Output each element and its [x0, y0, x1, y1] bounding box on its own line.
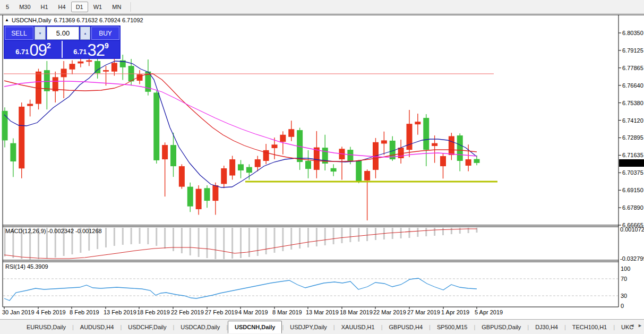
tab-tech100-h1[interactable]: TECH100,H1 — [566, 321, 613, 333]
tab-usdjpy-daily[interactable]: USDJPY,Daily — [284, 321, 333, 333]
triangle-down-icon: ▼ — [39, 32, 42, 35]
date-axis-label: 13 Feb 2019 — [104, 309, 136, 315]
mt4-window: 5M30H1H4D1W1MN 100703006.803506.791256.7… — [0, 0, 644, 334]
candle-body — [331, 168, 337, 172]
candle-body — [280, 135, 286, 142]
candle-body — [415, 122, 420, 124]
macd-histogram-bar — [316, 228, 317, 246]
macd-histogram-bar — [198, 228, 200, 257]
candle-body — [466, 159, 471, 166]
volume-decrease-button[interactable]: ▼ — [35, 27, 46, 40]
date-axis-label: 22 Feb 2019 — [171, 309, 204, 315]
candle-body — [187, 187, 193, 207]
candle-body — [170, 145, 176, 166]
macd-histogram-bar — [164, 228, 166, 249]
macd-histogram-bar — [114, 228, 115, 246]
macd-histogram-bar — [307, 228, 309, 247]
macd-histogram-bar — [265, 228, 267, 254]
candle-body — [246, 167, 252, 173]
sell-price-point: 2 — [47, 41, 51, 50]
tabs-scroll-left-icon[interactable]: ◄ — [630, 323, 634, 328]
macd-histogram-bar — [459, 228, 461, 234]
price-axis-label: 6.79125 — [622, 47, 643, 54]
buy-button[interactable]: BUY — [91, 27, 119, 40]
tab-usdchf-daily[interactable]: USDCHF,Daily — [122, 321, 173, 333]
tab-dj30-h4[interactable]: DJ30,H4 — [529, 321, 564, 333]
macd-histogram-bar — [122, 228, 124, 245]
candle-body — [423, 118, 429, 150]
date-axis-label: 22 Mar 2019 — [373, 309, 406, 315]
buy-price-point: 9 — [105, 41, 109, 50]
candle-body — [221, 168, 227, 184]
candle-body — [356, 161, 362, 182]
candle-body — [457, 135, 463, 161]
buy-price-display[interactable]: 6.71 32 9 — [63, 41, 119, 58]
macd-histogram-bar — [207, 228, 208, 258]
volume-input[interactable] — [47, 27, 79, 40]
macd-histogram-bar — [190, 228, 191, 255]
date-axis-label: 30 Jan 2019 — [2, 309, 35, 315]
rsi-line — [4, 278, 477, 301]
price-axis-label: 6.76640 — [622, 82, 643, 89]
collapse-triangle-icon[interactable]: ▲ — [5, 18, 9, 22]
tab-gbpusd-daily[interactable]: GBPUSD,Daily — [475, 321, 527, 333]
tabs-scroll-right-icon[interactable]: ► — [638, 323, 642, 328]
candle-body — [407, 124, 413, 150]
macd-histogram-bar — [274, 228, 276, 253]
macd-histogram-bar — [147, 228, 149, 244]
macd-indicator-label: MACD(12,26,9) -0.002342 -0.001268 — [5, 228, 102, 234]
candle-body — [61, 68, 67, 77]
macd-histogram-bar — [333, 228, 334, 244]
candle-body — [103, 70, 109, 72]
macd-histogram-bar — [366, 228, 368, 241]
macd-axis-min-label: -0.032799 — [620, 255, 644, 262]
chart-title: ▲ USDCNH,Daily 6.71369 6.71632 6.70924 6… — [5, 17, 143, 23]
sell-button[interactable]: SELL — [5, 27, 33, 40]
tab-usdcad-daily[interactable]: USDCAD,Daily — [174, 321, 226, 333]
tab-audusd-h4[interactable]: AUDUSD,H4 — [74, 321, 121, 333]
tab-sp500-m15[interactable]: SP500,M15 — [431, 321, 474, 333]
sell-price-display[interactable]: 6.71 09 2 — [5, 41, 62, 58]
candle-body — [314, 148, 320, 170]
candle-body — [162, 145, 168, 159]
tab-xauusd-h1[interactable]: XAUUSD,H1 — [335, 321, 381, 333]
price-axis-label: 6.67890 — [622, 204, 643, 211]
macd-histogram-bar — [299, 228, 300, 249]
chart-ohlc-values: 6.71369 6.71632 6.70924 6.71092 — [54, 17, 143, 23]
macd-histogram-bar — [451, 228, 452, 234]
rsi-axis-label: 100 — [621, 266, 630, 272]
candle-body — [44, 70, 50, 91]
candle-body — [27, 104, 33, 106]
macd-histogram-bar — [282, 228, 284, 251]
price-axis-label: 6.75380 — [622, 100, 643, 106]
candle-body — [398, 148, 404, 158]
ma-mid-red — [4, 74, 477, 161]
price-axis-label: 6.72895 — [622, 134, 643, 141]
tab-eurusd-daily[interactable]: EURUSD,Daily — [20, 321, 72, 333]
trade-controls-row: SELL ▼ ▲ BUY — [5, 27, 119, 40]
date-axis-label: 8 Mar 2019 — [272, 309, 302, 315]
macd-histogram-bar — [290, 228, 292, 250]
macd-histogram-bar — [324, 228, 326, 245]
sell-price-prefix: 6.71 — [15, 48, 29, 56]
tab-scroll-controls: ◄► — [630, 323, 642, 328]
candle-body — [78, 62, 83, 64]
rsi-axis-label: 70 — [621, 276, 627, 282]
tab-usdcnh-daily[interactable]: USDCNH,Daily — [228, 321, 282, 333]
candle-body — [238, 164, 244, 170]
candle-body — [153, 92, 159, 160]
macd-histogram-bar — [442, 228, 444, 235]
rsi-axis-label: 0 — [621, 303, 624, 309]
date-axis-label: 4 Feb 2019 — [36, 309, 66, 315]
macd-histogram-bar — [223, 228, 225, 259]
candle-body — [212, 185, 218, 201]
sell-price-pips: 09 — [30, 44, 47, 57]
volume-increase-button[interactable]: ▲ — [80, 27, 90, 40]
buy-price-pips: 32 — [88, 44, 105, 57]
date-axis-label: 27 Mar 2019 — [407, 309, 440, 315]
one-click-trading-panel: SELL ▼ ▲ BUY 6.71 09 2 6.71 32 9 — [4, 25, 121, 59]
candle-body — [432, 143, 437, 146]
macd-histogram-bar — [425, 228, 427, 236]
tab-gbpusd-h4[interactable]: GBPUSD,H4 — [383, 321, 430, 333]
macd-histogram-bar — [181, 228, 183, 253]
